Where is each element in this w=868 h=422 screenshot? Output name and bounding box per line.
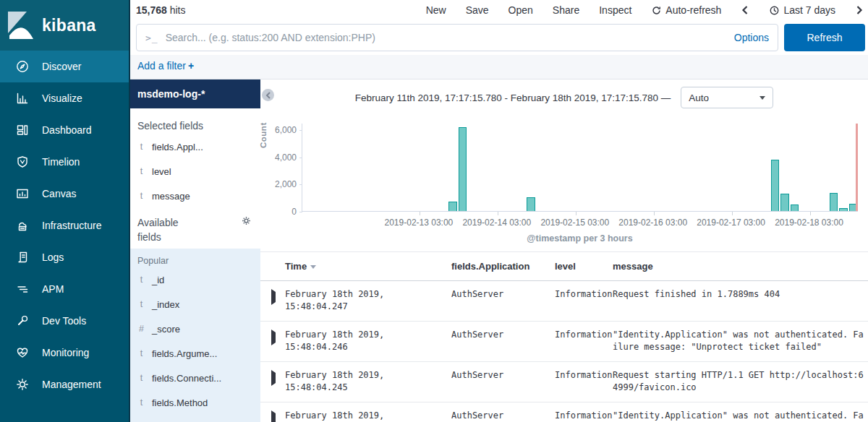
sidebar-item-apm[interactable]: APM: [0, 273, 129, 305]
cell-level: Information: [555, 281, 613, 321]
y-tick-label: 2,000: [266, 179, 297, 189]
column-header-time[interactable]: Time: [285, 261, 451, 272]
cell-application: AuthServer: [451, 281, 555, 321]
histogram-bar[interactable]: [830, 193, 838, 211]
field-type-icon: t: [137, 142, 145, 152]
documents-table: Time fields.Application level message Fe…: [260, 251, 868, 422]
sidebar-item-label: Canvas: [42, 188, 76, 199]
time-forward-chevron-icon[interactable]: [855, 5, 864, 15]
field-item-_id[interactable]: t_id: [130, 267, 260, 292]
field-name: fields.Argume...: [152, 348, 217, 359]
histogram-bar[interactable]: [771, 160, 780, 211]
table-row[interactable]: February 18th 2019, 15:48:04.245AuthServ…: [260, 362, 868, 402]
app-nav-items: DiscoverVisualizeDashboardTimelionCanvas…: [0, 51, 129, 400]
y-tick-label: 6,000: [266, 125, 297, 135]
sidebar-item-management[interactable]: Management: [0, 369, 129, 400]
new-menu-item[interactable]: New: [426, 4, 446, 16]
cell-level: Information: [555, 402, 613, 422]
x-tick-label: 2019-02-18 03:00: [775, 218, 843, 228]
histogram-bar[interactable]: [527, 197, 535, 211]
sidebar-item-discover[interactable]: Discover: [0, 51, 129, 82]
time-range-picker[interactable]: Last 7 days: [769, 4, 835, 16]
index-pattern-selector[interactable]: msdemo-log-*: [130, 79, 260, 108]
field-settings-gear-icon[interactable]: [241, 215, 252, 226]
sidebar-item-logs[interactable]: Logs: [0, 241, 129, 273]
expand-row-icon[interactable]: [271, 410, 276, 422]
cell-time: February 18th 2019, 15:48:04.247: [285, 281, 451, 321]
x-tick-mark: [420, 212, 420, 215]
field-name: _index: [152, 299, 179, 310]
histogram-bar[interactable]: [839, 208, 848, 211]
column-header-level[interactable]: level: [555, 261, 613, 272]
available-fields-title: Available fields: [137, 215, 195, 244]
sidebar-item-canvas[interactable]: Canvas: [0, 178, 129, 210]
field-item-level[interactable]: tlevel: [130, 159, 260, 184]
interval-select[interactable]: Auto: [681, 87, 773, 108]
refresh-button[interactable]: Refresh: [784, 24, 865, 51]
histogram-bar[interactable]: [791, 204, 799, 211]
sidebar-item-infrastructure[interactable]: Infrastructure: [0, 210, 129, 241]
open-menu-item[interactable]: Open: [509, 4, 533, 16]
column-header-application[interactable]: fields.Application: [451, 261, 555, 272]
field-item-fieldsmethod[interactable]: tfields.Method: [130, 390, 260, 415]
field-item-_index[interactable]: t_index: [130, 292, 260, 316]
save-menu-item[interactable]: Save: [466, 4, 489, 16]
kibana-logo[interactable]: kibana: [0, 0, 129, 51]
x-tick-label: 2019-02-17 03:00: [697, 218, 765, 228]
top-menu: NewSaveOpenShareInspect Auto-refresh Las…: [426, 0, 864, 20]
field-item-fieldsconnecti[interactable]: tfields.Connecti...: [130, 366, 260, 390]
clock-icon: [769, 5, 780, 16]
cell-message: "Identity.Application" was not authentic…: [613, 322, 866, 361]
cell-application: AuthServer: [451, 402, 555, 422]
field-name: message: [152, 191, 190, 202]
field-item-fieldsargume[interactable]: tfields.Argume...: [130, 341, 260, 366]
cell-application: AuthServer: [451, 322, 555, 361]
sidebar-item-monitoring[interactable]: Monitoring: [0, 337, 129, 369]
selected-fields-title: Selected fields: [137, 120, 253, 132]
sidebar-item-timelion[interactable]: Timelion: [0, 146, 129, 178]
sidebar-item-dev-tools[interactable]: Dev Tools: [0, 305, 129, 337]
time-range-label: Last 7 days: [783, 4, 835, 16]
sidebar-item-label: Management: [42, 379, 101, 390]
sidebar-item-label: Visualize: [42, 92, 82, 104]
field-name: fields.Method: [152, 397, 208, 408]
options-link[interactable]: Options: [734, 32, 769, 43]
x-tick-label: 2019-02-15 03:00: [540, 218, 609, 228]
sidebar-item-dashboard[interactable]: Dashboard: [0, 114, 129, 146]
search-input[interactable]: [166, 32, 727, 43]
inspect-menu-item[interactable]: Inspect: [599, 4, 631, 16]
chevron-down-icon: [760, 96, 765, 100]
table-row[interactable]: February 18th 2019, 15:48:04.246AuthServ…: [260, 322, 868, 362]
histogram-bar[interactable]: [448, 202, 457, 211]
dashboard-grid-icon: [15, 123, 30, 137]
field-item-fieldsrequest[interactable]: tfields.Request...: [130, 415, 260, 422]
expand-row-icon[interactable]: [271, 370, 276, 386]
cell-message: "Identity.Application" was not authentic…: [613, 402, 866, 422]
table-row[interactable]: February 18th 2019, 15:48:04.245AuthServ…: [260, 402, 868, 422]
column-header-message[interactable]: message: [613, 261, 866, 272]
table-row[interactable]: February 18th 2019, 15:48:04.247AuthServ…: [260, 281, 868, 322]
cell-level: Information: [555, 322, 613, 361]
field-type-icon: t: [137, 373, 145, 383]
histogram-bar[interactable]: [780, 194, 789, 211]
time-range-title: February 11th 2019, 17:17:15.780 - Febru…: [355, 92, 671, 103]
field-item-fieldsappl[interactable]: tfields.Appl...: [130, 134, 260, 159]
x-tick-mark: [810, 212, 811, 215]
time-back-chevron-icon[interactable]: [741, 5, 749, 15]
sidebar-item-visualize[interactable]: Visualize: [0, 82, 129, 114]
table-header-row: Time fields.Application level message: [260, 252, 868, 281]
field-type-icon: t: [137, 166, 145, 176]
sort-desc-icon: [310, 265, 316, 269]
field-item-message[interactable]: tmessage: [130, 184, 260, 208]
table-body: February 18th 2019, 15:48:04.247AuthServ…: [260, 281, 868, 422]
histogram-bar[interactable]: [459, 127, 467, 211]
add-filter-link[interactable]: Add a filter+: [137, 60, 194, 72]
histogram-plot[interactable]: 02,0004,0006,000: [302, 124, 858, 212]
logo-wordmark: kibana: [42, 16, 96, 35]
auto-refresh-button[interactable]: Auto-refresh: [651, 4, 721, 16]
share-menu-item[interactable]: Share: [553, 4, 579, 16]
field-item-_score[interactable]: #_score: [130, 316, 260, 341]
x-tick-mark: [576, 212, 576, 215]
expand-row-icon[interactable]: [271, 289, 276, 305]
expand-row-icon[interactable]: [271, 330, 276, 345]
